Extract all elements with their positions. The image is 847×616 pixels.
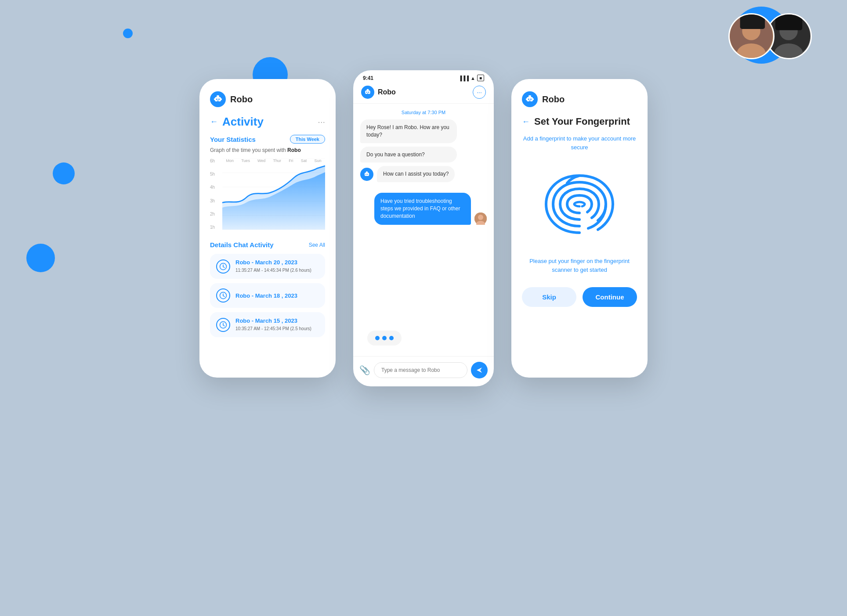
svg-rect-31 bbox=[367, 89, 369, 91]
avatar-cluster bbox=[737, 13, 812, 59]
typing-dot-2 bbox=[382, 336, 387, 340]
see-all-button[interactable]: See All bbox=[309, 242, 325, 248]
decorative-dot-1 bbox=[123, 29, 133, 38]
typing-dot-1 bbox=[375, 336, 380, 340]
activity-text-2: Robo - March 18 , 2023 bbox=[235, 292, 297, 299]
clock-icon-3 bbox=[216, 318, 230, 332]
fingerprint-icon-wrap bbox=[522, 165, 637, 244]
svg-rect-3 bbox=[740, 14, 765, 29]
wifi-icon: ▲ bbox=[471, 76, 475, 81]
fingerprint-subtitle: Add a fingerprint to make your account m… bbox=[522, 134, 637, 151]
details-header: Details Chat Activity See All bbox=[210, 241, 325, 249]
svg-line-26 bbox=[223, 296, 224, 297]
attach-icon[interactable]: 📎 bbox=[359, 365, 370, 375]
svg-point-33 bbox=[368, 92, 369, 93]
svg-rect-36 bbox=[366, 172, 368, 173]
svg-point-10 bbox=[216, 99, 217, 100]
user-avatar-small bbox=[474, 213, 487, 225]
fingerprint-icon bbox=[540, 165, 619, 244]
svg-point-45 bbox=[530, 99, 532, 100]
phone3-robot-icon bbox=[522, 91, 538, 107]
svg-rect-46 bbox=[529, 101, 531, 101]
stats-section: Your Statistics This Week Graph of the t… bbox=[210, 135, 325, 153]
more-options-chat-button[interactable]: ··· bbox=[473, 86, 486, 99]
fingerprint-hint-text: Please put your finger on the fingerprin… bbox=[522, 257, 637, 274]
svg-rect-7 bbox=[775, 14, 802, 30]
activity-item-2: Robo - March 18 , 2023 bbox=[210, 283, 325, 308]
svg-rect-35 bbox=[365, 173, 369, 176]
status-bar: 9:41 ▐▐▐ ▲ ■ bbox=[353, 70, 494, 83]
svg-point-11 bbox=[218, 99, 220, 100]
bot-avatar-small bbox=[360, 168, 373, 181]
phone2-header: Robo ··· bbox=[353, 83, 494, 104]
skip-button[interactable]: Skip bbox=[522, 287, 576, 307]
bot-message-3: How can I assist you today? bbox=[377, 166, 455, 182]
phone-fingerprint: Robo ← Set Your Fongerprint Add a finger… bbox=[511, 79, 648, 378]
graph-description: Graph of the time you spent with Robo bbox=[210, 147, 325, 153]
activity-title: Activity bbox=[222, 115, 264, 129]
clock-icon-1 bbox=[216, 259, 230, 274]
svg-point-37 bbox=[366, 174, 366, 175]
phone3-buttons: Skip Continue bbox=[522, 287, 637, 307]
svg-rect-47 bbox=[526, 98, 527, 100]
svg-rect-43 bbox=[528, 95, 531, 97]
chat-bot-avatar bbox=[361, 86, 374, 99]
bot-message-1: Hey Rose! I am Robo. How are you today? bbox=[360, 119, 457, 143]
status-time: 9:41 bbox=[363, 75, 373, 81]
phone1-nav: ← Activity ··· bbox=[210, 115, 325, 129]
typing-dot-3 bbox=[389, 336, 394, 340]
svg-point-44 bbox=[528, 99, 529, 100]
activity-chart: 6h5h4h3h2h1h bbox=[210, 159, 325, 238]
svg-rect-14 bbox=[221, 98, 222, 100]
svg-rect-48 bbox=[533, 98, 534, 100]
activity-item-3: Robo - March 15 , 2023 10:35:27 AM - 12:… bbox=[210, 312, 325, 337]
fingerprint-page-title: Set Your Fongerprint bbox=[534, 116, 630, 127]
typing-indicator-wrap bbox=[353, 326, 494, 350]
phone1-header: Robo bbox=[210, 91, 325, 107]
phones-container: Robo ← Activity ··· Your Statistics This… bbox=[199, 79, 648, 386]
svg-rect-12 bbox=[217, 101, 219, 101]
svg-point-32 bbox=[366, 92, 367, 93]
svg-line-29 bbox=[223, 325, 224, 326]
robot-logo-icon bbox=[210, 91, 226, 107]
svg-line-23 bbox=[223, 267, 224, 267]
phone3-back-arrow-icon[interactable]: ← bbox=[522, 117, 530, 126]
details-chat-activity-label: Details Chat Activity bbox=[210, 241, 274, 249]
user-message-row: Have you tried troubleshooting steps we … bbox=[360, 193, 487, 224]
continue-button[interactable]: Continue bbox=[583, 287, 637, 307]
battery-icon: ■ bbox=[477, 75, 484, 81]
more-options-button[interactable]: ··· bbox=[318, 117, 325, 127]
svg-point-40 bbox=[478, 215, 483, 220]
activity-item-1: Robo - March 20 , 2023 11:35:27 AM - 14:… bbox=[210, 254, 325, 279]
avatar-1 bbox=[728, 13, 775, 59]
typing-indicator bbox=[367, 331, 402, 346]
phone3-brand-name: Robo bbox=[542, 94, 565, 104]
phone3-nav: ← Set Your Fongerprint bbox=[522, 116, 637, 127]
phone-chat: 9:41 ▐▐▐ ▲ ■ Robo ··· Saturday a bbox=[353, 70, 494, 386]
chart-y-labels: 6h5h4h3h2h1h bbox=[210, 159, 215, 238]
message-input[interactable] bbox=[374, 362, 467, 378]
send-message-button[interactable] bbox=[471, 362, 488, 378]
this-week-badge[interactable]: This Week bbox=[290, 135, 325, 144]
chat-date: Saturday at 7:30 PM bbox=[353, 104, 494, 119]
chat-input-row: 📎 bbox=[353, 356, 494, 386]
user-message-1: Have you tried troubleshooting steps we … bbox=[374, 193, 471, 224]
phone-activity: Robo ← Activity ··· Your Statistics This… bbox=[199, 79, 336, 378]
svg-rect-13 bbox=[214, 98, 215, 100]
svg-point-38 bbox=[367, 174, 368, 175]
decorative-dot-2 bbox=[53, 162, 75, 184]
svg-rect-9 bbox=[217, 95, 219, 97]
decorative-dot-3 bbox=[26, 244, 55, 272]
svg-rect-34 bbox=[367, 93, 368, 94]
status-icons: ▐▐▐ ▲ ■ bbox=[459, 75, 484, 81]
signal-icon: ▐▐▐ bbox=[459, 76, 469, 81]
chat-messages-area: Hey Rose! I am Robo. How are you today? … bbox=[353, 119, 494, 326]
bot-message-2: Do you have a question? bbox=[360, 147, 457, 163]
clock-icon-2 bbox=[216, 288, 230, 303]
activity-text-1: Robo - March 20 , 2023 11:35:27 AM - 14:… bbox=[235, 259, 311, 274]
bot-message-row-3: How can I assist you today? bbox=[360, 166, 487, 182]
back-arrow-icon[interactable]: ← bbox=[210, 117, 218, 126]
activity-text-3: Robo - March 15 , 2023 10:35:27 AM - 12:… bbox=[235, 317, 311, 332]
phone2-brand-name: Robo bbox=[378, 88, 396, 96]
phone1-brand-name: Robo bbox=[230, 94, 253, 104]
